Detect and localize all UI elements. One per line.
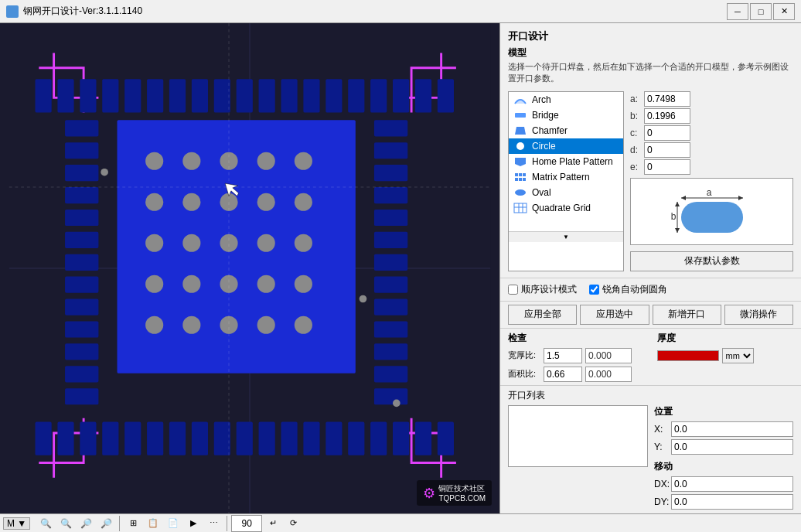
- svg-rect-38: [370, 421, 387, 455]
- shape-item-bridge[interactable]: Bridge: [509, 107, 623, 123]
- move-group: 移动 DX: DY:: [654, 460, 793, 512]
- move-label-dx: DX:: [654, 479, 668, 489]
- sharp-corner-checkbox[interactable]: [589, 285, 599, 295]
- pos-label-x: X:: [654, 424, 668, 435]
- zoom-input[interactable]: [231, 515, 262, 532]
- param-input-a[interactable]: [644, 91, 690, 107]
- zoom-reset-btn[interactable]: ⟳: [284, 514, 302, 533]
- svg-rect-64: [374, 321, 407, 337]
- svg-rect-54: [65, 388, 98, 404]
- shape-label-oval: Oval: [532, 187, 551, 198]
- chamfer-icon: [513, 125, 527, 136]
- svg-rect-103: [515, 173, 518, 176]
- svg-rect-51: [65, 321, 98, 337]
- param-row-c: c:: [630, 125, 793, 141]
- shape-list-container: Arch Bridge Chamfer Circle: [508, 91, 624, 271]
- width-ratio-input[interactable]: [544, 348, 582, 363]
- svg-rect-24: [57, 421, 73, 455]
- shape-item-oval[interactable]: Oval: [509, 185, 623, 200]
- param-row-d: d:: [630, 142, 793, 158]
- status-btn-1[interactable]: 🔍: [36, 514, 55, 533]
- svg-rect-60: [374, 232, 407, 248]
- close-button[interactable]: ✕: [773, 3, 795, 20]
- width-ratio-warn[interactable]: [585, 348, 632, 363]
- param-input-e[interactable]: [644, 159, 690, 175]
- svg-point-91: [257, 316, 275, 334]
- svg-point-109: [515, 189, 526, 196]
- param-input-c[interactable]: [644, 125, 690, 141]
- shape-item-matrix[interactable]: Matrix Pattern: [509, 169, 623, 185]
- param-input-d[interactable]: [644, 142, 690, 158]
- status-btn-8[interactable]: ▶: [184, 514, 203, 533]
- shape-item-circle[interactable]: Circle: [509, 138, 623, 154]
- area-ratio-warn[interactable]: [585, 367, 632, 382]
- zoom-apply-btn[interactable]: ↵: [264, 514, 282, 533]
- svg-rect-20: [393, 79, 409, 112]
- svg-rect-34: [281, 421, 297, 455]
- preview-params: a: b: c: d:: [630, 91, 793, 175]
- svg-rect-66: [374, 366, 407, 382]
- canvas-svg: [0, 23, 499, 513]
- status-btn-4[interactable]: 🔎: [97, 514, 115, 533]
- shape-list: Arch Bridge Chamfer Circle: [509, 92, 623, 231]
- param-input-b[interactable]: [644, 108, 690, 124]
- area-ratio-input[interactable]: [544, 367, 582, 382]
- param-row-b: b:: [630, 108, 793, 124]
- shape-item-quadrategrid[interactable]: Quadrate Grid: [509, 200, 623, 216]
- status-btn-6[interactable]: 📋: [144, 514, 162, 533]
- svg-point-73: [145, 193, 163, 211]
- svg-rect-12: [214, 79, 230, 112]
- svg-point-92: [295, 316, 312, 334]
- watermark: ⚙ 铜匠技术社区TQPCB.COM: [417, 480, 492, 506]
- svg-rect-30: [192, 421, 208, 455]
- canvas-area[interactable]: ⚙ 铜匠技术社区TQPCB.COM: [0, 23, 499, 513]
- shape-list-scrolldown[interactable]: ▼: [509, 231, 623, 242]
- apply-selected-button[interactable]: 应用选中: [580, 305, 649, 325]
- svg-point-71: [257, 152, 275, 170]
- apply-all-button[interactable]: 应用全部: [508, 305, 577, 325]
- cancel-action-button[interactable]: 微消操作: [724, 305, 793, 325]
- svg-rect-108: [523, 178, 526, 181]
- status-btn-9[interactable]: ⋯: [204, 514, 223, 533]
- thickness-section: 厚度 mm: [651, 332, 794, 363]
- shape-item-homeplate[interactable]: Home Plate Pattern: [509, 154, 623, 169]
- pos-input-y[interactable]: [671, 439, 793, 455]
- svg-rect-45: [65, 187, 98, 203]
- shape-item-chamfer[interactable]: Chamfer: [509, 123, 623, 138]
- app-icon: [6, 5, 19, 18]
- pos-input-x[interactable]: [671, 421, 793, 437]
- maximize-button[interactable]: □: [750, 3, 772, 20]
- save-defaults-button[interactable]: 保存默认参数: [630, 251, 793, 271]
- svg-point-86: [257, 275, 275, 293]
- move-input-dx[interactable]: [671, 476, 793, 492]
- pos-move-container: 位置 X: Y: 移动 DX:: [654, 405, 793, 512]
- status-btn-5[interactable]: ⊞: [124, 514, 142, 533]
- move-input-dy[interactable]: [671, 494, 793, 510]
- sharp-corner-label: 锐角自动倒圆角: [602, 283, 667, 296]
- param-label-e: e:: [630, 162, 641, 172]
- status-btn-3[interactable]: 🔎: [77, 514, 95, 533]
- shape-label-bridge: Bridge: [532, 110, 559, 121]
- action-buttons-row: 应用全部 应用选中 新增开口 微消操作: [500, 302, 801, 329]
- svg-rect-26: [102, 421, 118, 455]
- svg-rect-17: [326, 79, 342, 112]
- width-ratio-label: 宽厚比:: [508, 350, 540, 361]
- minimize-button[interactable]: ─: [727, 3, 748, 20]
- opening-list-box[interactable]: [508, 405, 648, 467]
- svg-rect-35: [303, 421, 319, 455]
- svg-point-94: [360, 295, 367, 303]
- svg-rect-36: [326, 421, 342, 455]
- svg-point-90: [220, 316, 237, 334]
- svg-rect-6: [80, 79, 96, 112]
- shape-item-arch[interactable]: Arch: [509, 92, 623, 107]
- status-btn-2[interactable]: 🔍: [56, 514, 75, 533]
- svg-rect-46: [65, 210, 98, 226]
- add-opening-button[interactable]: 新增开口: [653, 305, 721, 325]
- thickness-unit-select[interactable]: mm: [722, 348, 754, 363]
- sequential-mode-checkbox[interactable]: [508, 285, 518, 295]
- svg-rect-19: [370, 79, 387, 112]
- svg-rect-14: [259, 79, 275, 112]
- status-btn-7[interactable]: 📄: [164, 514, 182, 533]
- status-mode[interactable]: M ▼: [3, 517, 30, 530]
- position-title: 位置: [654, 405, 793, 418]
